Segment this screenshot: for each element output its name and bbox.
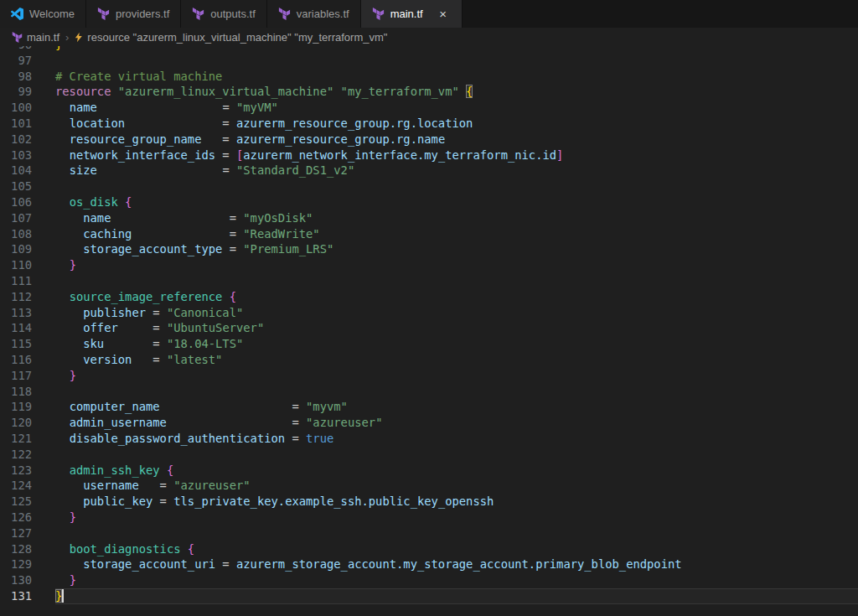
line-code[interactable]: network_interface_ids = [azurerm_network…	[55, 148, 858, 163]
line-code[interactable]: source_image_reference {	[55, 289, 858, 305]
line-code[interactable]: resource_group_name = azurerm_resource_g…	[55, 132, 858, 148]
code-token: "UbuntuServer"	[167, 321, 264, 334]
breadcrumb-symbol-label: resource "azurerm_linux_virtual_machine"…	[87, 31, 387, 44]
tab-providers-tf[interactable]: providers.tf	[86, 0, 181, 28]
code-token	[55, 290, 70, 303]
code-line: 123 admin_ssh_key {	[0, 463, 858, 479]
line-code[interactable]: name = "myVM"	[55, 100, 858, 116]
code-token: {	[125, 195, 132, 209]
code-token: network_interface_ids	[70, 148, 215, 162]
line-code[interactable]: # Create virtual machine	[55, 69, 858, 85]
line-code[interactable]: caching = "ReadWrite"	[55, 226, 858, 242]
line-code[interactable]	[55, 384, 858, 400]
terraform-icon	[192, 8, 204, 20]
code-token: =	[97, 163, 236, 177]
code-token: "ReadWrite"	[243, 227, 319, 241]
code-line: 122	[0, 447, 858, 463]
chevron-right-icon: ›	[65, 31, 69, 44]
code-line: 128 boot_diagnostics {	[0, 541, 858, 557]
line-code[interactable]: }	[55, 510, 858, 525]
breadcrumb-file[interactable]: main.tf	[12, 31, 59, 44]
line-code[interactable]: computer_name = "myvm"	[55, 399, 858, 415]
breadcrumb-symbol[interactable]: resource "azurerm_linux_virtual_machine"…	[75, 31, 387, 44]
line-code[interactable]: location = azurerm_resource_group.rg.loc…	[55, 116, 858, 132]
tab-main-tf[interactable]: main.tf×	[361, 0, 463, 28]
code-token	[459, 85, 466, 98]
symbol-resource-icon	[75, 32, 83, 43]
code-line: 100 name = "myVM"	[0, 100, 858, 116]
line-number: 121	[0, 431, 55, 447]
code-token: resource	[55, 85, 111, 98]
tab-outputs-tf[interactable]: outputs.tf	[181, 0, 266, 28]
code-token	[55, 211, 83, 225]
line-code[interactable]: boot_diagnostics {	[55, 541, 858, 557]
tab-label: variables.tf	[297, 8, 349, 20]
code-token	[160, 463, 167, 477]
line-code[interactable]: disable_password_authentication = true	[55, 431, 858, 447]
code-token: }	[70, 258, 76, 272]
code-token: true	[306, 432, 333, 445]
terraform-icon	[97, 8, 110, 20]
line-code[interactable]: storage_account_uri = azurerm_storage_ac…	[55, 556, 858, 572]
code-line: 116 version = "latest"	[0, 352, 858, 368]
line-code[interactable]: admin_username = "azureuser"	[55, 415, 858, 431]
tab-label: main.tf	[390, 8, 423, 20]
line-code[interactable]	[55, 273, 858, 289]
line-code[interactable]: name = "myOsDisk"	[55, 210, 858, 226]
line-code[interactable]: sku = "18.04-LTS"	[55, 336, 858, 352]
code-token: =	[152, 494, 173, 508]
text-cursor	[62, 589, 64, 603]
code-token: public_key	[83, 494, 152, 508]
code-token: azurerm_storage_account.my_storage_accou…	[236, 557, 682, 571]
code-token	[55, 101, 70, 114]
tab-variables-tf[interactable]: variables.tf	[267, 0, 361, 28]
code-line: 121 disable_password_authentication = tr…	[0, 431, 858, 447]
code-token: "azureuser"	[173, 479, 250, 492]
code-line: 97	[0, 53, 858, 69]
code-token: {	[230, 290, 236, 303]
line-number: 113	[0, 305, 55, 321]
line-code[interactable]: }	[55, 572, 858, 588]
code-token: =	[125, 116, 236, 130]
line-code[interactable]	[55, 179, 858, 194]
code-token: {	[167, 463, 173, 477]
line-code[interactable]: publisher = "Canonical"	[55, 305, 858, 321]
line-code[interactable]: }	[55, 46, 858, 53]
line-code[interactable]	[55, 525, 858, 541]
line-code[interactable]: version = "latest"	[55, 352, 858, 368]
line-code[interactable]: username = "azureuser"	[55, 478, 858, 494]
line-code[interactable]: }	[55, 368, 858, 384]
code-editor[interactable]: 96}9798# Create virtual machine99resourc…	[0, 46, 858, 616]
line-number: 125	[0, 494, 55, 510]
code-token: location	[70, 116, 125, 130]
line-code[interactable]	[55, 447, 858, 463]
code-token	[111, 85, 117, 98]
code-line: 103 network_interface_ids = [azurerm_net…	[0, 148, 858, 163]
line-code[interactable]	[55, 53, 858, 69]
line-code[interactable]: size = "Standard_DS1_v2"	[55, 163, 858, 179]
close-icon[interactable]: ×	[436, 7, 451, 22]
line-number: 105	[0, 179, 55, 194]
code-token: "myVM"	[236, 101, 278, 114]
line-code[interactable]: storage_account_type = "Premium_LRS"	[55, 241, 858, 257]
terraform-icon	[372, 8, 385, 20]
code-token: =	[160, 400, 306, 413]
line-code[interactable]: public_key = tls_private_key.example_ssh…	[55, 494, 858, 510]
line-code[interactable]: offer = "UbuntuServer"	[55, 320, 858, 336]
code-token	[333, 85, 340, 98]
code-line: 109 storage_account_type = "Premium_LRS"	[0, 241, 858, 257]
line-number: 110	[0, 257, 55, 273]
line-code[interactable]: }	[55, 257, 858, 273]
line-code[interactable]: admin_ssh_key {	[55, 463, 858, 479]
terraform-icon	[12, 32, 23, 43]
line-code[interactable]: resource "azurerm_linux_virtual_machine"…	[55, 84, 858, 100]
code-line: 101 location = azurerm_resource_group.rg…	[0, 116, 858, 132]
code-line: 102 resource_group_name = azurerm_resour…	[0, 132, 858, 148]
tab-welcome[interactable]: Welcome	[0, 0, 86, 28]
line-code[interactable]: os_disk {	[55, 194, 858, 210]
code-token	[55, 163, 70, 177]
line-code[interactable]: }	[55, 588, 858, 604]
code-token: =	[222, 242, 243, 256]
code-token: "azureuser"	[306, 416, 382, 429]
code-token: =	[139, 479, 174, 492]
